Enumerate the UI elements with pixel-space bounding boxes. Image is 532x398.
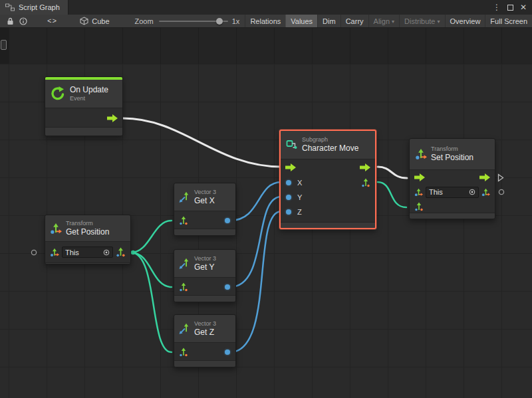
input-row-y: Y — [286, 192, 302, 203]
float-output-port[interactable] — [225, 349, 230, 355]
vector3-icon — [178, 258, 190, 270]
maximize-icon[interactable] — [507, 5, 513, 11]
node-get-z[interactable]: Vector 3 Get Z — [174, 314, 236, 367]
wire-flow-onupdate-to-charactermove — [123, 118, 281, 167]
float-input-port[interactable] — [286, 180, 291, 185]
unconnected-flow-port-triangle[interactable] — [497, 173, 504, 182]
node-on-update[interactable]: On Update Event — [45, 76, 123, 136]
graph-canvas[interactable]: On Update Event Transform Get Position — [0, 28, 532, 398]
transform-icon — [415, 148, 427, 160]
edit-script-icon[interactable]: <> — [47, 17, 57, 25]
port-label: Z — [297, 208, 302, 216]
node-title: Get Z — [194, 328, 216, 337]
flow-input-port[interactable] — [285, 163, 296, 171]
transform-output-port[interactable] — [481, 188, 490, 197]
flow-input-port[interactable] — [414, 173, 425, 181]
vector3-output-port[interactable] — [116, 247, 126, 257]
node-subtitle: Vector 3 — [194, 189, 216, 196]
node-title: Get Position — [66, 227, 109, 237]
chevron-down-icon: ▾ — [438, 19, 440, 25]
values-button[interactable]: Values — [285, 15, 317, 27]
unconnected-port-circle[interactable] — [31, 249, 37, 256]
close-icon[interactable]: ✕ — [520, 3, 527, 11]
chevron-down-icon: ▾ — [392, 19, 394, 25]
zoom-slider[interactable] — [159, 17, 228, 25]
input-row-z: Z — [286, 207, 302, 217]
tab-script-graph[interactable]: Script Graph — [0, 0, 68, 15]
float-input-port[interactable] — [286, 195, 291, 200]
float-input-port[interactable] — [286, 209, 291, 215]
on-update-icon — [50, 86, 66, 102]
float-output-port[interactable] — [225, 218, 230, 223]
relations-button[interactable]: Relations — [245, 15, 285, 27]
distribute-button[interactable]: Distribute▾ — [399, 15, 444, 27]
script-graph-window: Script Graph ⋮ ✕ <> Cube Zoom 1x Rel — [0, 0, 532, 398]
transform-icon — [50, 223, 62, 235]
node-title: On Update — [70, 85, 108, 94]
port-label: Y — [297, 193, 302, 201]
port-label: X — [297, 179, 302, 187]
node-subtitle: Subgraph — [302, 136, 358, 144]
object-picker-icon[interactable] — [103, 249, 110, 256]
object-field-value: This — [65, 249, 79, 256]
node-subtitle: Transform — [431, 146, 473, 153]
toolbar-buttons: Relations Values Dim Carry Align▾ Distri… — [245, 15, 532, 27]
node-subtitle: Transform — [66, 220, 109, 227]
node-title: Character Move — [302, 144, 358, 153]
transform-input-port[interactable] — [50, 248, 59, 257]
graph-toolbar: <> Cube Zoom 1x Relations Values Dim Car… — [0, 15, 532, 28]
zoom-slider-handle[interactable] — [216, 18, 223, 25]
lock-icon[interactable] — [4, 15, 17, 27]
vector3-icon — [178, 191, 190, 203]
this-object-field[interactable]: This — [62, 247, 113, 258]
node-get-y[interactable]: Vector 3 Get Y — [174, 249, 236, 302]
zoom-label: Zoom — [135, 17, 154, 25]
vector3-icon — [178, 323, 190, 335]
vector3-input-port[interactable] — [179, 282, 188, 292]
node-subtitle: Vector 3 — [194, 255, 216, 262]
carry-button[interactable]: Carry — [340, 15, 368, 27]
pane-menu-icon[interactable]: ⋮ — [493, 3, 501, 11]
graph-inspector-handle[interactable] — [1, 40, 7, 50]
target-name: Cube — [92, 17, 109, 25]
node-set-position[interactable]: Transform Set Position — [409, 138, 495, 219]
flow-output-port[interactable] — [107, 114, 118, 122]
script-graph-icon — [5, 3, 15, 11]
vector3-output-port[interactable] — [361, 178, 370, 187]
node-title: Get X — [194, 196, 216, 205]
node-title: Get Y — [194, 262, 216, 272]
wire-vector-getposition-to-getx — [131, 221, 172, 252]
tab-bar: Script Graph ⋮ ✕ — [0, 0, 532, 15]
wire-float-gety-to-y — [230, 197, 281, 287]
object-picker-icon[interactable] — [469, 189, 475, 195]
canvas-bounds-shade-top — [0, 28, 532, 64]
wire-vector-charactermove-to-setposition — [378, 182, 406, 207]
unconnected-port-circle[interactable] — [498, 189, 505, 195]
float-output-port[interactable] — [225, 284, 230, 290]
node-subtitle: Event — [70, 95, 108, 102]
node-title: Set Position — [431, 153, 473, 162]
overview-button[interactable]: Overview — [445, 15, 485, 27]
node-character-move[interactable]: Subgraph Character Move X — [279, 130, 376, 229]
vector3-input-port[interactable] — [179, 216, 188, 225]
vector3-input-port[interactable] — [179, 348, 188, 357]
node-get-x[interactable]: Vector 3 Get X — [174, 183, 236, 236]
wire-vector-getposition-to-getz — [131, 252, 172, 352]
align-button[interactable]: Align▾ — [368, 15, 399, 27]
wire-flow-charactermove-to-setposition — [378, 167, 407, 178]
tab-title: Script Graph — [19, 3, 60, 11]
node-get-position[interactable]: Transform Get Position This — [45, 215, 131, 264]
flow-output-port[interactable] — [360, 163, 370, 171]
cube-icon — [80, 17, 88, 25]
wire-vector-getposition-to-gety — [131, 252, 172, 287]
fullscreen-button[interactable]: Full Screen — [485, 15, 532, 27]
flow-output-port[interactable] — [479, 173, 490, 181]
this-object-field[interactable]: This — [426, 187, 479, 198]
dim-button[interactable]: Dim — [317, 15, 340, 27]
transform-input-port[interactable] — [414, 188, 423, 197]
wire-junction-dot — [131, 250, 135, 254]
graph-target[interactable]: Cube — [80, 17, 109, 25]
info-icon[interactable] — [17, 15, 30, 27]
node-subtitle: Vector 3 — [194, 320, 216, 328]
vector3-input-port[interactable] — [414, 202, 424, 211]
